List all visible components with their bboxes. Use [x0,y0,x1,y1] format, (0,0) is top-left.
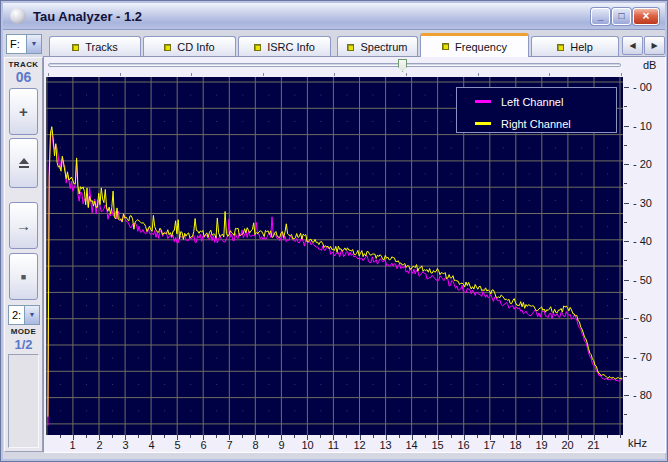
flag-icon [72,44,79,51]
x-tick-minor [503,435,504,438]
legend-item: Left Channel [475,93,616,110]
track-label: TRACK [5,60,42,69]
y-tick-major [624,241,629,242]
left-channel-curve [48,131,622,426]
slider-tick [478,73,479,76]
maximize-button[interactable]: □ [612,8,631,25]
window-title: Tau Analyzer - 1.2 [33,9,142,24]
y-tick-major [624,395,629,396]
arrow-left-icon: ◀ [629,41,635,50]
flag-icon [164,44,171,51]
spectrum-plot: Left ChannelRight Channel [46,77,623,435]
slider-tick [120,73,121,76]
tab-isrc-info[interactable]: ISRC Info [238,36,331,57]
slider-tick [406,73,407,76]
y-tick-minor [624,299,627,300]
titlebar[interactable]: Tau Analyzer - 1.2 _□× [3,3,665,30]
x-tick-label: 19 [531,439,552,451]
slider-tick [48,73,49,76]
track-number: 06 [5,69,42,85]
mode-value: 1/2 [5,337,42,352]
tab-tracks[interactable]: Tracks [49,36,141,57]
slider-thumb[interactable] [398,59,407,72]
y-tick-minor [624,183,627,184]
y-tick-label: - 20 [633,158,663,170]
eject-icon [18,158,30,168]
tab-label: Help [570,41,593,53]
y-tick-label: - 30 [633,197,663,209]
tab-cd-info[interactable]: CD Info [143,36,236,57]
x-tick-label: 6 [193,439,214,451]
x-tick-label: 4 [141,439,162,451]
slider-tick [334,73,335,76]
legend-label: Right Channel [501,118,571,130]
x-tick-minor [242,435,243,438]
app-window: Tau Analyzer - 1.2 _□× F: ▼ TracksCD Inf… [0,0,668,462]
tab-bar: TracksCD InfoISRC InfoSpectrumFrequencyH… [1,33,668,57]
tab-label: CD Info [177,41,214,53]
stop-icon: ■ [21,272,26,282]
next-button[interactable]: → [9,202,38,249]
x-tick-label: 11 [323,439,344,451]
y-tick-label: - 50 [633,274,663,286]
x-tick-minor [451,435,452,438]
x-tick-minor [138,435,139,438]
frequency-slider[interactable] [46,58,623,76]
x-tick-label: 10 [297,439,318,451]
legend-color-dash [475,100,491,103]
x-tick-minor [86,435,87,438]
x-tick-minor [112,435,113,438]
tab-frequency[interactable]: Frequency [420,33,529,57]
x-tick-minor [164,435,165,438]
x-tick-minor [555,435,556,438]
slider-groove[interactable] [48,63,621,67]
y-axis: dB kHz - 00- 10- 20- 30- 40- 50- 60- 70-… [624,58,665,452]
slider-tick [263,73,264,76]
x-tick-label: 14 [401,439,422,451]
chevron-down-icon[interactable]: ▼ [24,306,39,324]
plus-button[interactable]: + [9,88,38,135]
y-tick-minor [624,145,627,146]
x-tick-minor [477,435,478,438]
tab-scroll-left-button[interactable]: ◀ [622,36,643,55]
close-button[interactable]: × [633,8,659,25]
flag-icon [347,44,354,51]
tab-scroll-right-button[interactable]: ▶ [644,36,665,55]
y-tick-major [624,126,629,127]
x-tick-minor [216,435,217,438]
mode-combo[interactable]: 2: ▼ [8,305,40,325]
tab-label: Spectrum [360,41,407,53]
y-tick-major [624,318,629,319]
y-tick-major [624,280,629,281]
y-tick-minor [624,260,627,261]
app-icon [10,8,26,24]
slider-tick [621,73,622,76]
eject-button[interactable] [9,138,38,188]
stop-button[interactable]: ■ [9,253,38,300]
x-axis-unit-label: kHz [628,437,647,449]
y-tick-label: - 10 [633,120,663,132]
minimize-button[interactable]: _ [591,8,610,25]
flag-icon [557,44,564,51]
x-tick-minor [373,435,374,438]
mode-label: MODE [5,327,42,336]
maximize-icon: □ [618,10,624,21]
legend-label: Left Channel [501,96,563,108]
arrow-right-icon: ▶ [651,41,657,50]
y-tick-major [624,357,629,358]
x-tick-minor [190,435,191,438]
x-tick-label: 17 [479,439,500,451]
tab-help[interactable]: Help [531,36,619,57]
x-tick-minor [607,435,608,438]
sidebar: TRACK 06 +→■ 2: ▼ MODE 1/2 [4,57,43,452]
x-tick-label: 21 [583,439,604,451]
y-tick-label: - 40 [633,235,663,247]
tab-spectrum[interactable]: Spectrum [337,36,418,57]
y-axis-unit-label: dB [643,59,656,71]
slider-tick [191,73,192,76]
x-tick-label: 9 [271,439,292,451]
minimize-icon: _ [598,10,604,21]
x-tick-label: 7 [219,439,240,451]
y-tick-minor [624,376,627,377]
slider-tick [549,73,550,76]
